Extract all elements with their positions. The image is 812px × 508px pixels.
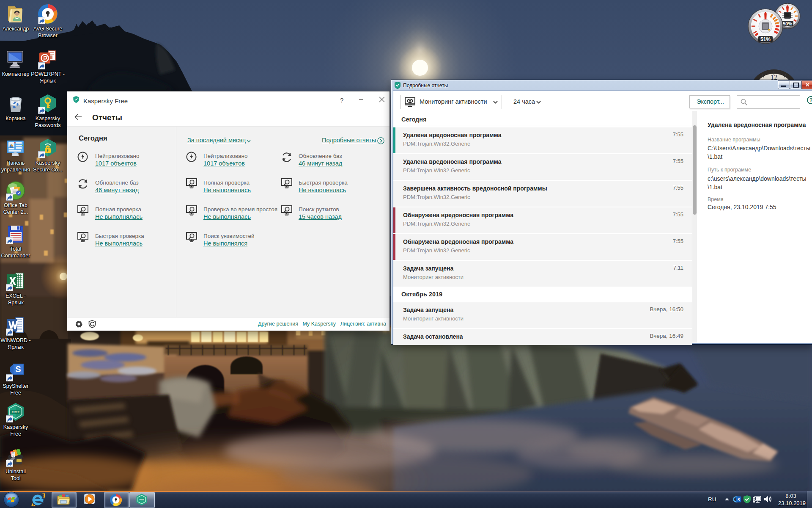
svg-text:S: S (15, 364, 21, 374)
svg-text:FREE: FREE (139, 499, 144, 501)
svg-text:S: S (738, 497, 740, 502)
svg-text:51%: 51% (760, 36, 771, 42)
svg-text:50%: 50% (783, 21, 792, 26)
svg-text:FREE: FREE (12, 411, 20, 414)
